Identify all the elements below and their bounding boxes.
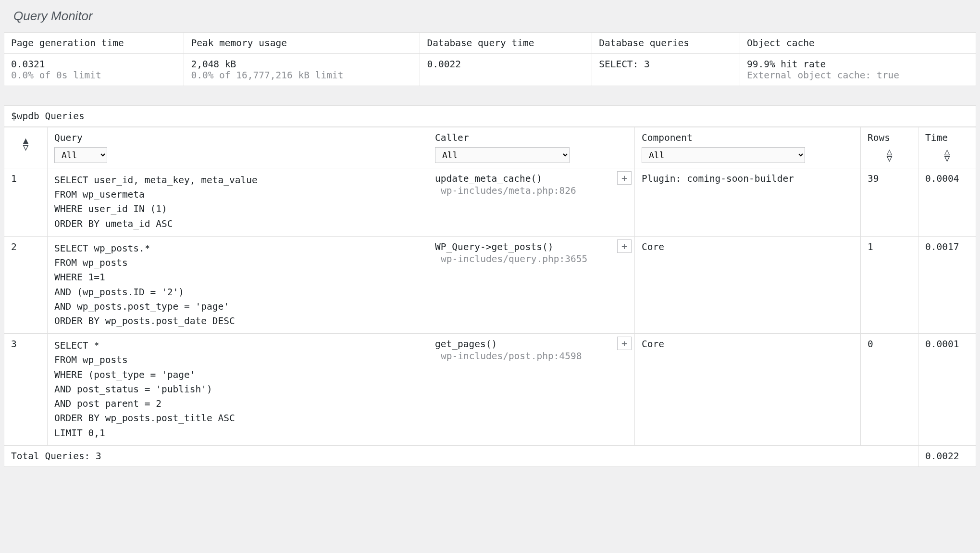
stat-value: 0.0321 (11, 59, 177, 70)
stat-cell-page-gen: 0.0321 0.0% of 0s limit (4, 54, 184, 86)
sort-icon[interactable]: △▽ (925, 148, 969, 162)
col-label: Time (925, 132, 969, 143)
time-cell: 0.0004 (918, 168, 976, 237)
stat-header-db-time: Database query time (420, 33, 592, 54)
row-index: 3 (4, 334, 48, 446)
total-time: 0.0022 (918, 445, 976, 466)
stat-cell-obj-cache: 99.9% hit rate External object cache: tr… (740, 54, 976, 86)
expand-caller-button[interactable]: + (617, 337, 632, 350)
stat-cell-peak-mem: 2,048 kB 0.0% of 16,777,216 kB limit (184, 54, 420, 86)
stats-table: Page generation time Peak memory usage D… (4, 32, 976, 86)
table-row: 1SELECT user_id, meta_key, meta_value FR… (4, 168, 976, 237)
caller-fn: WP_Query->get_posts() (435, 241, 628, 252)
caller-file: wp-includes/query.php:3655 (435, 253, 628, 264)
filter-query-select[interactable]: All (54, 147, 107, 163)
rows-cell: 1 (861, 236, 918, 333)
stat-value: 2,048 kB (191, 59, 413, 70)
query-sql: SELECT * FROM wp_posts WHERE (post_type … (54, 339, 421, 440)
queries-table: ▲▽ Query All Caller All Component All Ro… (4, 127, 976, 467)
row-index: 1 (4, 168, 48, 237)
col-header-rows[interactable]: Rows △▽ (861, 127, 918, 168)
col-header-index[interactable]: ▲▽ (4, 127, 48, 168)
stat-header-page-gen: Page generation time (4, 33, 184, 54)
query-cell: SELECT user_id, meta_key, meta_value FRO… (48, 168, 428, 237)
sort-icon[interactable]: △▽ (868, 148, 911, 162)
component-cell: Plugin: coming-soon-builder (635, 168, 861, 237)
stat-sub: 0.0% of 0s limit (11, 70, 177, 81)
caller-cell: +get_pages()wp-includes/post.php:4598 (428, 334, 635, 446)
filter-component-select[interactable]: All (642, 147, 805, 163)
page-title: Query Monitor (0, 0, 980, 32)
stat-header-obj-cache: Object cache (740, 33, 976, 54)
caller-cell: +update_meta_cache()wp-includes/meta.php… (428, 168, 635, 237)
time-cell: 0.0001 (918, 334, 976, 446)
section-title: $wpdb Queries (4, 105, 976, 127)
query-cell: SELECT * FROM wp_posts WHERE (post_type … (48, 334, 428, 446)
col-label: Query (54, 132, 421, 143)
rows-cell: 39 (861, 168, 918, 237)
component-cell: Core (635, 236, 861, 333)
query-sql: SELECT user_id, meta_key, meta_value FRO… (54, 173, 421, 231)
col-header-time[interactable]: Time △▽ (918, 127, 976, 168)
stat-sub: 0.0% of 16,777,216 kB limit (191, 70, 413, 81)
component-cell: Core (635, 334, 861, 446)
col-label: Caller (435, 132, 628, 143)
stat-header-peak-mem: Peak memory usage (184, 33, 420, 54)
caller-file: wp-includes/post.php:4598 (435, 351, 628, 362)
col-header-query: Query All (48, 127, 428, 168)
stat-value: 99.9% hit rate (747, 59, 969, 70)
stat-cell-db-queries: SELECT: 3 (592, 54, 740, 86)
expand-caller-button[interactable]: + (617, 171, 632, 185)
col-label: Component (642, 132, 854, 143)
caller-fn: get_pages() (435, 339, 628, 350)
caller-cell: +WP_Query->get_posts()wp-includes/query.… (428, 236, 635, 333)
filter-caller-select[interactable]: All (435, 147, 570, 163)
query-sql: SELECT wp_posts.* FROM wp_posts WHERE 1=… (54, 241, 421, 328)
total-queries-label: Total Queries: 3 (4, 445, 918, 466)
col-header-component: Component All (635, 127, 861, 168)
table-row: 3SELECT * FROM wp_posts WHERE (post_type… (4, 334, 976, 446)
stat-value: 0.0022 (427, 59, 585, 70)
col-label: Rows (868, 132, 911, 143)
caller-fn: update_meta_cache() (435, 173, 628, 184)
table-footer-row: Total Queries: 3 0.0022 (4, 445, 976, 466)
stat-cell-db-time: 0.0022 (420, 54, 592, 86)
row-index: 2 (4, 236, 48, 333)
caller-file: wp-includes/meta.php:826 (435, 185, 628, 196)
stat-value: SELECT: 3 (599, 59, 733, 70)
stat-header-db-queries: Database queries (592, 33, 740, 54)
stat-sub: External object cache: true (747, 70, 969, 81)
query-cell: SELECT wp_posts.* FROM wp_posts WHERE 1=… (48, 236, 428, 333)
col-header-caller: Caller All (428, 127, 635, 168)
sort-icon[interactable]: ▲▽ (11, 137, 40, 151)
time-cell: 0.0017 (918, 236, 976, 333)
table-row: 2SELECT wp_posts.* FROM wp_posts WHERE 1… (4, 236, 976, 333)
rows-cell: 0 (861, 334, 918, 446)
expand-caller-button[interactable]: + (617, 239, 632, 253)
